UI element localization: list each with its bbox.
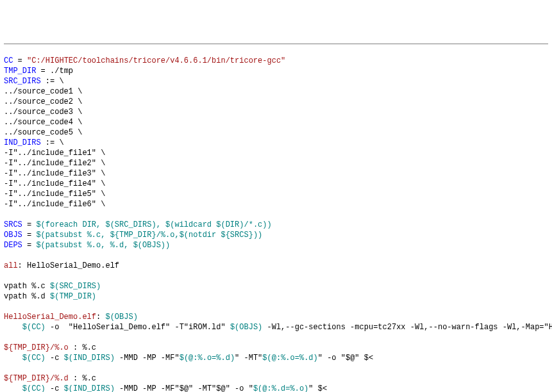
token-txt (4, 364, 8, 373)
token-txt: : %.c (69, 374, 96, 383)
code-line (4, 363, 548, 373)
token-txt: " -o "$@" $< (318, 354, 373, 363)
code-line: all: HelloSerial_Demo.elf (4, 261, 548, 271)
code-line: -I"../include_file2" \ (4, 158, 548, 168)
token-str: "C:/HIGHTEC/toolchains/tricore/v4.6.6.1/… (27, 56, 285, 65)
token-txt: -o "HelloSerial_Demo.elf" -T"iROM.ld" (46, 323, 230, 332)
code-line: -I"../include_file6" \ (4, 199, 548, 209)
token-txt: -I"../include_file1" \ (4, 149, 105, 158)
code-line: DEPS = $(patsubst %.o, %.d, $(OBJS)) (4, 240, 548, 250)
token-kw: CC (4, 56, 13, 65)
makefile-code-block: CC = "C:/HIGHTEC/toolchains/tricore/v4.6… (4, 56, 548, 392)
code-line: ../source_code5 \ (4, 127, 548, 138)
code-line: ../source_code4 \ (4, 117, 548, 127)
token-txt (4, 210, 8, 219)
token-var: $(CC) (22, 323, 46, 332)
token-txt: : %.c (69, 343, 96, 352)
token-txt: = (13, 56, 27, 65)
code-line: -I"../include_file4" \ (4, 179, 548, 189)
token-var: $(@:%.o=%.d) (262, 354, 317, 363)
code-line: SRCS = $(foreach DIR, $(SRC_DIRS), $(wil… (4, 220, 548, 230)
code-line: OBJS = $(patsubst %.c, ${TMP_DIR}/%.o,$(… (4, 230, 548, 240)
code-line: IND_DIRS := \ (4, 138, 548, 148)
code-line: CC = "C:/HIGHTEC/toolchains/tricore/v4.6… (4, 56, 548, 66)
token-txt: " -MT" (235, 354, 262, 363)
code-line (4, 250, 548, 261)
token-var: $(CC) (22, 384, 46, 392)
token-kw: OBJS (4, 231, 22, 240)
code-line: vpath %.c $(SRC_DIRS) (4, 281, 548, 291)
token-tgt: ${TMP_DIR}/%.d (4, 374, 69, 383)
token-kw: SRC_DIRS (4, 77, 41, 86)
token-txt (4, 333, 8, 342)
code-line: TMP_DIR = ./tmp (4, 66, 548, 76)
token-txt: = (22, 241, 37, 250)
code-line: ${TMP_DIR}/%.d : %.c (4, 373, 548, 384)
token-var: $(OBJS) (230, 323, 262, 332)
token-txt (4, 302, 8, 311)
code-line: -I"../include_file3" \ (4, 168, 548, 179)
token-txt: -c (46, 384, 64, 392)
code-line: SRC_DIRS := \ (4, 76, 548, 86)
token-txt: vpath %.d (4, 292, 50, 301)
token-txt: = (22, 231, 37, 240)
token-txt (4, 272, 8, 281)
token-txt: -c (46, 354, 64, 363)
token-txt: := \ (41, 138, 64, 147)
token-txt: = (22, 220, 37, 229)
token-var: $(IND_DIRS) (64, 384, 115, 392)
code-line: -I"../include_file5" \ (4, 189, 548, 199)
token-kw: IND_DIRS (4, 138, 41, 147)
separator-line (4, 44, 548, 44)
token-txt: ../source_code1 \ (4, 87, 82, 96)
code-line: ${TMP_DIR}/%.o : %.c (4, 343, 548, 353)
token-tgt: HelloSerial_Demo.elf (4, 313, 96, 322)
code-line (4, 209, 548, 220)
code-line: ../source_code3 \ (4, 107, 548, 117)
token-txt: " $< (308, 384, 327, 392)
token-var: $(IND_DIRS) (64, 354, 115, 363)
token-var: $(SRC_DIRS) (50, 282, 101, 291)
token-var: $(CC) (22, 354, 46, 363)
code-line (4, 302, 548, 312)
token-txt: -I"../include_file4" \ (4, 179, 105, 188)
token-var: $(@:%.d=%.o) (253, 384, 308, 392)
token-txt: : HelloSerial_Demo.elf (18, 261, 119, 270)
token-txt: = ./tmp (36, 67, 73, 76)
code-line: HelloSerial_Demo.elf: $(OBJS) (4, 312, 548, 322)
token-txt: -MMD -MP -MF"$@" -MT"$@" -o " (115, 384, 253, 392)
token-txt (4, 251, 8, 260)
token-var: $(OBJS) (105, 313, 137, 322)
token-txt (4, 384, 22, 392)
token-txt: : (96, 313, 105, 322)
token-kw: SRCS (4, 220, 22, 229)
code-line: ../source_code1 \ (4, 86, 548, 97)
code-line (4, 271, 548, 281)
token-txt: -MMD -MP -MF" (115, 354, 180, 363)
token-var: $(TMP_DIR) (50, 292, 96, 301)
token-var: $(@:%.o=%.d) (180, 354, 235, 363)
token-txt (4, 323, 22, 332)
code-line: ../source_code2 \ (4, 97, 548, 107)
code-line (4, 332, 548, 343)
token-tgt: ${TMP_DIR}/%.o (4, 343, 69, 352)
token-txt: ../source_code3 \ (4, 108, 82, 117)
token-var: $(foreach DIR, $(SRC_DIRS), $(wildcard $… (36, 220, 271, 229)
token-txt: := \ (41, 77, 64, 86)
token-txt: ../source_code2 \ (4, 97, 82, 106)
code-line: $(CC) -c $(IND_DIRS) -MMD -MP -MF"$(@:%.… (4, 353, 548, 363)
code-line: $(CC) -o "HelloSerial_Demo.elf" -T"iROM.… (4, 322, 548, 332)
token-txt: -I"../include_file6" \ (4, 200, 105, 209)
token-tgt: all (4, 261, 18, 270)
token-txt: -I"../include_file3" \ (4, 169, 105, 178)
token-txt: ../source_code5 \ (4, 128, 82, 137)
token-txt: -I"../include_file5" \ (4, 190, 105, 199)
token-txt: vpath %.c (4, 282, 50, 291)
token-txt: -I"../include_file2" \ (4, 159, 105, 168)
token-var: $(patsubst %.o, %.d, $(OBJS)) (36, 241, 170, 250)
token-txt (4, 354, 22, 363)
code-line: -I"../include_file1" \ (4, 148, 548, 158)
token-kw: TMP_DIR (4, 67, 36, 76)
token-var: $(patsubst %.c, ${TMP_DIR}/%.o,$(notdir … (36, 231, 262, 240)
code-line: $(CC) -c $(IND_DIRS) -MMD -MP -MF"$@" -M… (4, 384, 548, 392)
